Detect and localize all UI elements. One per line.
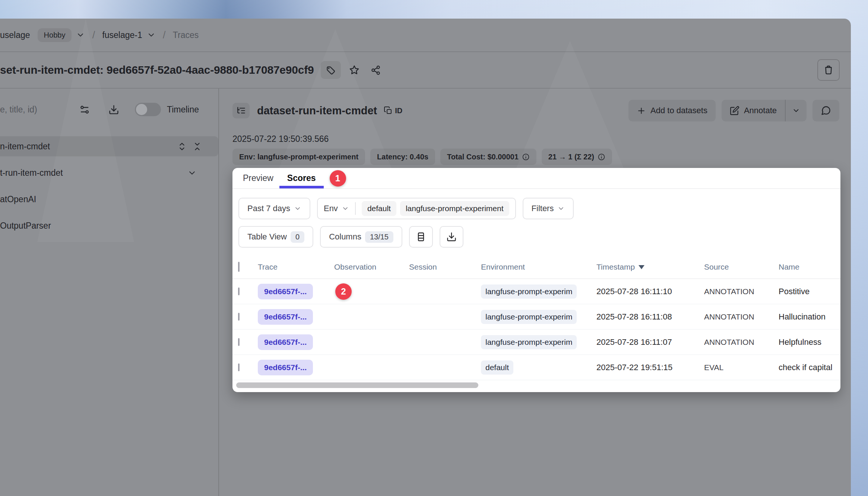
tab-scores[interactable]: Scores — [279, 168, 324, 188]
horizontal-scrollbar[interactable] — [236, 382, 478, 388]
annotate-split-button: Annotate — [722, 100, 807, 121]
star-button[interactable] — [346, 62, 362, 78]
tab-preview[interactable]: Preview — [237, 168, 279, 188]
tree-search-input[interactable] — [0, 105, 79, 115]
add-to-datasets-label: Add to datasets — [650, 106, 707, 115]
tree-item-label: n-item-cmdet — [0, 142, 50, 152]
table-row[interactable]: 9ed6657f-... default 2025-07-22 19:51:15… — [232, 355, 840, 380]
trace-id-link[interactable]: 9ed6657f-... — [258, 360, 313, 375]
annotate-button[interactable]: Annotate — [722, 100, 785, 121]
tag-button[interactable] — [321, 61, 341, 79]
chevron-down-icon[interactable] — [187, 168, 197, 178]
chevron-down-icon — [294, 205, 301, 212]
tree-item[interactable]: atOpenAI — [0, 189, 218, 209]
header-actions: Add to datasets Annotate — [628, 100, 839, 121]
collapse-all-icon[interactable] — [193, 142, 202, 151]
filters-button[interactable]: Filters — [523, 198, 574, 219]
cost-badge: Total Cost: $0.00001 — [440, 149, 536, 165]
cell-source: ANNOTATION — [704, 312, 779, 321]
tree-item[interactable]: t-run-item-cmdet — [0, 163, 218, 183]
download-tree-button[interactable] — [108, 104, 119, 115]
tree-item-label: atOpenAI — [0, 194, 36, 204]
latency-badge: Latency: 0.40s — [370, 149, 435, 165]
share-button[interactable] — [368, 62, 384, 78]
copy-id-button[interactable]: ID — [384, 106, 402, 115]
download-icon — [446, 232, 457, 242]
rows-icon — [416, 232, 426, 242]
column-header-environment[interactable]: Environment — [481, 263, 596, 271]
cell-source: ANNOTATION — [704, 287, 779, 296]
column-header-timestamp[interactable]: Timestamp — [596, 263, 704, 271]
environment-chip: langfuse-prompt-experim — [481, 284, 577, 299]
scores-panel: Preview Scores 1 Past 7 days Env default — [232, 168, 840, 392]
breadcrumb-section[interactable]: Traces — [173, 30, 199, 40]
breadcrumb: uselage Hobby fuselage-1 Traces — [0, 19, 851, 52]
column-header-session[interactable]: Session — [409, 263, 481, 271]
observation-title: dataset-run-item-cmdet — [257, 105, 377, 117]
cell-name: check if capital — [779, 363, 840, 372]
env-chip-experiment[interactable]: langfuse-prompt-experiment — [400, 201, 509, 216]
select-all-checkbox[interactable] — [238, 262, 240, 272]
row-height-button[interactable] — [409, 226, 433, 248]
observation-header: dataset-run-item-cmdet ID Add to dataset… — [232, 100, 851, 121]
trace-tree-sidebar: Timeline n-item-cmdet t-run-item-cmdet a… — [0, 89, 219, 496]
token-usage-badge: 21 → 1 (Σ 22) — [542, 149, 612, 165]
star-icon — [349, 65, 359, 75]
view-settings-button[interactable] — [79, 104, 90, 115]
title-bar: set-run-item-cmdet: 9ed6657f-52a0-4aac-9… — [0, 52, 851, 89]
export-button[interactable] — [440, 226, 463, 248]
copy-id-label: ID — [395, 106, 402, 115]
chevron-down-icon[interactable] — [76, 31, 85, 39]
table-row[interactable]: 9ed6657f-... 2 langfuse-prompt-experim 2… — [232, 279, 840, 304]
table-view-button[interactable]: Table View 0 — [238, 226, 313, 248]
cell-timestamp: 2025-07-28 16:11:10 — [596, 287, 704, 296]
row-checkbox[interactable] — [238, 313, 240, 321]
chevron-down-icon[interactable] — [147, 31, 156, 39]
tree-item-label: OutputParser — [0, 221, 51, 231]
table-row[interactable]: 9ed6657f-... langfuse-prompt-experim 202… — [232, 304, 840, 330]
row-checkbox[interactable] — [238, 338, 240, 346]
trace-tree: n-item-cmdet t-run-item-cmdet atOpenAI O… — [0, 136, 218, 236]
timeline-toggle[interactable] — [135, 103, 161, 116]
trash-icon — [823, 65, 834, 75]
trace-id-link[interactable]: 9ed6657f-... — [258, 284, 313, 299]
date-range-button[interactable]: Past 7 days — [238, 198, 310, 219]
tree-item-root[interactable]: n-item-cmdet — [0, 136, 218, 156]
add-to-datasets-button[interactable]: Add to datasets — [628, 100, 716, 121]
chevron-down-icon — [342, 205, 349, 212]
trace-id-link[interactable]: 9ed6657f-... — [258, 334, 313, 350]
tree-item[interactable]: OutputParser — [0, 216, 218, 236]
column-header-name[interactable]: Name — [779, 263, 840, 271]
chevron-down-icon — [557, 205, 565, 212]
env-filter-button[interactable]: Env default langfuse-prompt-experiment — [317, 198, 516, 219]
tree-item-label: t-run-item-cmdet — [0, 168, 63, 178]
env-chip-default[interactable]: default — [362, 201, 396, 216]
breadcrumb-project[interactable]: fuselage-1 — [102, 30, 142, 40]
row-checkbox[interactable] — [238, 363, 240, 371]
cell-source: ANNOTATION — [704, 338, 779, 347]
chevron-down-icon — [792, 106, 800, 115]
delete-button[interactable] — [817, 59, 840, 81]
column-header-trace[interactable]: Trace — [258, 263, 334, 271]
row-checkbox[interactable] — [238, 287, 240, 295]
columns-count: 13/15 — [365, 231, 393, 243]
columns-button[interactable]: Columns 13/15 — [320, 226, 402, 248]
expand-all-icon[interactable] — [177, 142, 187, 151]
app-window: uselage Hobby fuselage-1 Traces set-run-… — [0, 19, 851, 496]
table-row[interactable]: 9ed6657f-... langfuse-prompt-experim 202… — [232, 330, 840, 355]
trace-id-link[interactable]: 9ed6657f-... — [258, 309, 313, 325]
annotate-dropdown-button[interactable] — [786, 100, 807, 121]
cell-source: EVAL — [704, 363, 779, 372]
cell-name: Helpfulness — [779, 337, 840, 347]
column-header-observation[interactable]: Observation — [334, 263, 409, 271]
table-header-row: Trace Observation Session Environment Ti… — [232, 255, 840, 279]
breadcrumb-org[interactable]: uselage — [0, 30, 30, 40]
comments-button[interactable] — [812, 100, 839, 121]
toggle-knob — [136, 104, 147, 115]
column-header-source[interactable]: Source — [704, 263, 779, 271]
main-panel: dataset-run-item-cmdet ID Add to dataset… — [219, 89, 851, 496]
timeline-toggle-label: Timeline — [167, 105, 199, 115]
annotation-marker-2: 2 — [335, 283, 352, 300]
sidebar-controls: Timeline — [0, 96, 218, 123]
cell-timestamp: 2025-07-28 16:11:07 — [596, 337, 704, 347]
